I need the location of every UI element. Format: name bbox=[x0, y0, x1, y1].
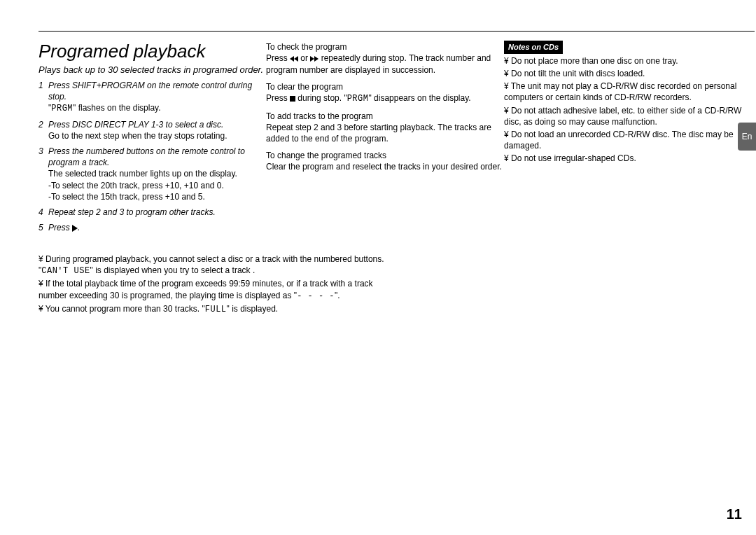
check-program: To check the program Press or repeatedly… bbox=[266, 41, 511, 76]
step-number: 2 bbox=[38, 119, 48, 141]
prgm-code-2: PRGM bbox=[347, 94, 369, 104]
step-2: 2 Press DISC DIRECT PLAY 1-3 to select a… bbox=[38, 119, 270, 141]
step-4: 4 Repeat step 2 and 3 to program other t… bbox=[38, 207, 270, 218]
manual-page: Programed playback Plays back up to 30 s… bbox=[0, 0, 756, 535]
play-icon bbox=[72, 225, 78, 232]
note-1: ¥ During programed playback, you cannot … bbox=[38, 253, 388, 277]
note-1b: " is displayed when you try to select a … bbox=[90, 265, 255, 275]
cd-note-5: ¥ Do not load an unrecorded CD-R/RW disc… bbox=[504, 129, 756, 151]
stop-icon bbox=[290, 96, 295, 102]
note-3b: " is displayed. bbox=[227, 304, 279, 314]
note-2b: ". bbox=[335, 291, 340, 300]
step-2-head: Press DISC DIRECT PLAY 1-3 to select a d… bbox=[48, 119, 270, 130]
notes-on-cds-header: Notes on CDs bbox=[504, 41, 563, 54]
note-3a: ¥ You cannot program more than 30 tracks… bbox=[38, 304, 205, 314]
note-2: ¥ If the total playback time of the prog… bbox=[38, 278, 388, 301]
check-a: Press bbox=[266, 53, 290, 63]
step-1-head: Press SHIFT+PROGRAM on the remote contro… bbox=[48, 80, 270, 102]
step-number: 4 bbox=[38, 207, 48, 218]
cant-use-code: CAN'T USE bbox=[41, 266, 90, 276]
top-rule bbox=[38, 31, 755, 32]
change-heading: To change the programed tracks bbox=[266, 150, 511, 161]
step-5: 5 Press . bbox=[38, 222, 270, 233]
change-body: Clear the program and reselect the track… bbox=[266, 161, 511, 172]
step-4-head: Repeat step 2 and 3 to program other tra… bbox=[48, 207, 270, 218]
fast-forward-icon bbox=[310, 53, 318, 64]
step-1: 1 Press SHIFT+PROGRAM on the remote cont… bbox=[38, 80, 270, 115]
step-2-sub: Go to the next step when the tray stops … bbox=[48, 130, 270, 141]
step-5-head: Press bbox=[48, 223, 72, 232]
clear-b: " disappears on the display. bbox=[368, 93, 470, 103]
step-3-sub3: -To select the 15th track, press +10 and… bbox=[48, 191, 270, 202]
step-3: 3 Press the numbered buttons on the remo… bbox=[38, 146, 270, 202]
check-heading: To check the program bbox=[266, 41, 511, 53]
add-tracks: To add tracks to the program Repeat step… bbox=[266, 111, 511, 145]
cd-note-3: ¥ The unit may not play a CD-R/RW disc r… bbox=[504, 81, 756, 103]
step-5-tail: . bbox=[78, 223, 80, 232]
dash-code: - - - - bbox=[297, 291, 335, 301]
step-3-sub2: -To select the 20th track, press +10, +1… bbox=[48, 180, 270, 191]
step-1-sub: "PRGM" flashes on the display. bbox=[48, 102, 270, 114]
page-number: 11 bbox=[727, 506, 742, 522]
clear-heading: To clear the program bbox=[266, 81, 511, 92]
steps-column: 1 Press SHIFT+PROGRAM on the remote cont… bbox=[38, 80, 270, 237]
section-subtitle: Plays back up to 30 selected tracks in p… bbox=[38, 64, 263, 75]
full-code: FULL bbox=[205, 305, 227, 314]
clear-program: To clear the program Press during stop. … bbox=[266, 81, 511, 104]
step-3-head: Press the numbered buttons on the remote… bbox=[48, 146, 270, 168]
prgm-code: PRGM bbox=[51, 104, 73, 113]
step-1-sub-text: " flashes on the display. bbox=[73, 103, 160, 113]
section-title: Programed playback bbox=[38, 41, 205, 62]
clear-body: Press during stop. "PRGM" disappears on … bbox=[266, 92, 511, 104]
playback-notes: ¥ During programed playback, you cannot … bbox=[38, 252, 388, 317]
cd-note-1: ¥ Do not place more than one disc on one… bbox=[504, 55, 756, 67]
check-body: Press or repeatedly during stop. The tra… bbox=[266, 53, 511, 76]
change-tracks: To change the programed tracks Clear the… bbox=[266, 150, 511, 172]
clear-mid: during stop. " bbox=[295, 93, 347, 103]
cd-note-2: ¥ Do not tilt the unit with discs loaded… bbox=[504, 68, 756, 79]
check-mid: or bbox=[298, 53, 310, 63]
rewind-icon bbox=[290, 53, 298, 64]
add-body: Repeat step 2 and 3 before starting play… bbox=[266, 122, 511, 144]
middle-column: To check the program Press or repeatedly… bbox=[266, 41, 511, 179]
cd-note-6: ¥ Do not use irregular-shaped CDs. bbox=[504, 153, 756, 164]
step-number: 5 bbox=[38, 222, 48, 233]
step-3-sub1: The selected track number lights up on t… bbox=[48, 168, 270, 179]
add-heading: To add tracks to the program bbox=[266, 111, 511, 122]
language-tab: En bbox=[738, 123, 756, 151]
step-number: 3 bbox=[38, 146, 48, 202]
step-number: 1 bbox=[38, 80, 48, 115]
note-3: ¥ You cannot program more than 30 tracks… bbox=[38, 303, 388, 315]
cd-notes-column: Notes on CDs ¥ Do not place more than on… bbox=[504, 41, 756, 166]
clear-a: Press bbox=[266, 93, 290, 103]
cd-note-4: ¥ Do not attach adhesive label, etc. to … bbox=[504, 105, 756, 127]
